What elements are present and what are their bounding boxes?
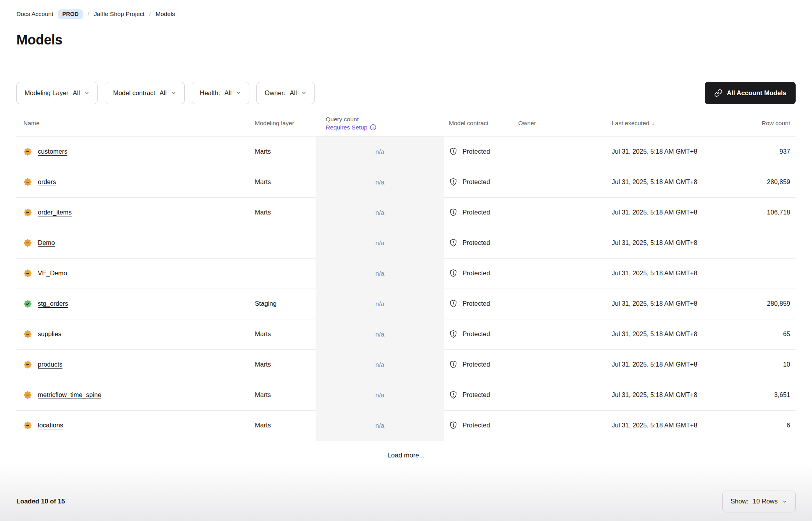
model-contract-cell: Protected bbox=[444, 299, 514, 308]
chevron-down-icon bbox=[782, 499, 787, 504]
query-count-cell: n/a bbox=[316, 349, 444, 380]
load-more-row: Load more... bbox=[16, 441, 796, 471]
table-header-row: Name Modeling layer Query count Requires… bbox=[16, 110, 796, 136]
breadcrumb-project-link[interactable]: Jaffle Shop Project bbox=[94, 11, 145, 18]
model-name-link[interactable]: products bbox=[38, 361, 62, 368]
last-executed-cell: Jul 31, 2025, 5:18 AM GMT+8 bbox=[569, 361, 733, 368]
query-count-cell: n/a bbox=[316, 410, 444, 441]
sort-desc-arrow: ↓ bbox=[652, 120, 655, 126]
table-row: orders Marts n/a Protected Jul 31, 2025,… bbox=[16, 167, 796, 197]
filter-value: All bbox=[159, 89, 166, 97]
model-contract-label: Protected bbox=[462, 178, 490, 186]
filter-value: All bbox=[224, 89, 231, 97]
table-row: customers Marts n/a Protected Jul 31, 20… bbox=[16, 136, 796, 167]
model-name-link[interactable]: orders bbox=[38, 178, 56, 186]
last-executed-cell: Jul 31, 2025, 5:18 AM GMT+8 bbox=[569, 269, 733, 277]
table-row: order_items Marts n/a Protected Jul 31, … bbox=[16, 197, 796, 228]
health-success-icon bbox=[23, 299, 32, 308]
header-row-count: Row count bbox=[733, 120, 796, 127]
header-name: Name bbox=[16, 120, 253, 127]
model-name-link[interactable]: supplies bbox=[38, 330, 62, 338]
modeling-layer-cell: Marts bbox=[253, 148, 316, 155]
model-name-link[interactable]: stg_orders bbox=[38, 300, 68, 307]
breadcrumb-account-link[interactable]: Docs Account bbox=[16, 11, 53, 18]
model-contract-label: Protected bbox=[462, 148, 490, 155]
last-executed-cell: Jul 31, 2025, 5:18 AM GMT+8 bbox=[569, 148, 733, 155]
breadcrumb: Docs Account PROD / Jaffle Shop Project … bbox=[16, 0, 796, 19]
load-more-button[interactable]: Load more... bbox=[387, 452, 424, 459]
filter-owner[interactable]: Owner: All bbox=[256, 82, 315, 104]
table-row: supplies Marts n/a Protected Jul 31, 202… bbox=[16, 319, 796, 349]
header-model-contract: Model contract bbox=[444, 120, 514, 127]
breadcrumb-separator: / bbox=[88, 11, 89, 18]
model-contract-label: Protected bbox=[462, 422, 490, 429]
model-name-cell: locations bbox=[16, 421, 253, 430]
model-name-link[interactable]: locations bbox=[38, 422, 63, 429]
model-contract-cell: Protected bbox=[444, 390, 514, 399]
health-warning-icon bbox=[23, 421, 32, 430]
health-warning-icon bbox=[23, 391, 32, 399]
query-count-cell: n/a bbox=[316, 136, 444, 167]
model-contract-label: Protected bbox=[462, 209, 490, 216]
last-executed-cell: Jul 31, 2025, 5:18 AM GMT+8 bbox=[569, 239, 733, 246]
model-name-link[interactable]: Demo bbox=[38, 239, 55, 246]
shield-icon bbox=[449, 330, 458, 338]
query-count-cell: n/a bbox=[316, 380, 444, 410]
model-name-link[interactable]: VE_Demo bbox=[38, 269, 67, 277]
shield-icon bbox=[449, 390, 458, 399]
health-warning-icon bbox=[23, 178, 32, 186]
chevron-down-icon bbox=[236, 90, 241, 96]
model-contract-cell: Protected bbox=[444, 238, 514, 247]
table-row: products Marts n/a Protected Jul 31, 202… bbox=[16, 349, 796, 380]
requires-setup-link[interactable]: Requires Setup bbox=[326, 123, 444, 131]
loaded-count-text: Loaded 10 of 15 bbox=[16, 498, 65, 505]
chevron-down-icon bbox=[301, 90, 307, 96]
filter-model-contract[interactable]: Model contract All bbox=[105, 82, 185, 104]
query-count-cell: n/a bbox=[316, 197, 444, 228]
header-modeling-layer: Modeling layer bbox=[253, 120, 316, 127]
model-name-cell: Demo bbox=[16, 239, 253, 247]
health-warning-icon bbox=[23, 239, 32, 247]
query-count-cell: n/a bbox=[316, 258, 444, 289]
header-query-count: Query count Requires Setup bbox=[316, 115, 444, 131]
model-contract-cell: Protected bbox=[444, 360, 514, 369]
breadcrumb-current: Models bbox=[155, 11, 175, 18]
last-executed-cell: Jul 31, 2025, 5:18 AM GMT+8 bbox=[569, 209, 733, 216]
model-name-link[interactable]: customers bbox=[38, 148, 67, 155]
model-name-cell: products bbox=[16, 360, 253, 369]
shield-icon bbox=[449, 269, 458, 278]
show-rows-dropdown[interactable]: Show: 10 Rows bbox=[722, 491, 796, 512]
filter-health[interactable]: Health: All bbox=[192, 82, 250, 104]
shield-icon bbox=[449, 238, 458, 247]
header-last-executed[interactable]: Last executed↓ bbox=[569, 120, 733, 127]
row-count-cell: 3,651 bbox=[733, 391, 796, 399]
filter-label: Modeling Layer bbox=[25, 89, 69, 97]
filter-modeling-layer[interactable]: Modeling Layer All bbox=[16, 82, 98, 104]
table-row: metricflow_time_spine Marts n/a Protecte… bbox=[16, 380, 796, 410]
shield-icon bbox=[449, 421, 458, 430]
query-count-cell: n/a bbox=[316, 228, 444, 258]
model-name-link[interactable]: order_items bbox=[38, 209, 72, 216]
model-contract-cell: Protected bbox=[444, 177, 514, 186]
modeling-layer-cell: Marts bbox=[253, 178, 316, 186]
models-table: Name Modeling layer Query count Requires… bbox=[16, 110, 796, 471]
all-account-models-button[interactable]: All Account Models bbox=[705, 82, 796, 104]
model-name-link[interactable]: metricflow_time_spine bbox=[38, 391, 101, 399]
models-page: Docs Account PROD / Jaffle Shop Project … bbox=[0, 0, 812, 521]
model-contract-label: Protected bbox=[462, 239, 490, 246]
table-row: Demo n/a Protected Jul 31, 2025, 5:18 AM… bbox=[16, 228, 796, 258]
info-icon[interactable] bbox=[370, 124, 376, 131]
all-account-models-label: All Account Models bbox=[727, 89, 786, 97]
model-contract-label: Protected bbox=[462, 269, 490, 277]
model-contract-cell: Protected bbox=[444, 208, 514, 217]
breadcrumb-separator: / bbox=[149, 11, 151, 18]
query-count-cell: n/a bbox=[316, 319, 444, 349]
health-warning-icon bbox=[23, 147, 32, 156]
row-count-cell: 280,859 bbox=[733, 178, 796, 186]
model-name-cell: orders bbox=[16, 178, 253, 186]
filter-label: Model contract bbox=[113, 89, 155, 97]
model-name-cell: supplies bbox=[16, 330, 253, 338]
table-body: customers Marts n/a Protected Jul 31, 20… bbox=[16, 136, 796, 441]
last-executed-cell: Jul 31, 2025, 5:18 AM GMT+8 bbox=[569, 422, 733, 429]
filter-value: All bbox=[73, 89, 80, 97]
